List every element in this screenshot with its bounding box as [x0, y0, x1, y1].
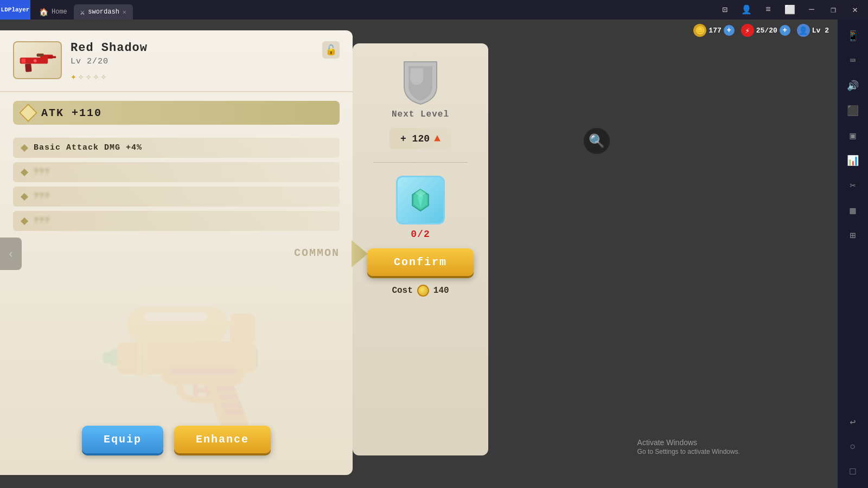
stat-row-3: ???	[13, 187, 340, 207]
modal-container: ‹ 🔓	[0, 20, 488, 488]
weapon-rarity: COMMON	[294, 247, 340, 259]
star-2: ✧	[78, 70, 84, 82]
crystal-count: 0/2	[411, 229, 430, 240]
tab-home-label: Home	[52, 8, 67, 16]
atk-up-arrow-icon: ▲	[434, 132, 441, 145]
energy-value: 25/20	[756, 27, 777, 35]
sidebar-icon-6[interactable]: 📊	[842, 150, 864, 171]
compass-icon[interactable]: 🔍	[584, 128, 610, 154]
star-4: ✧	[93, 70, 99, 82]
stat-row-4: ???	[13, 211, 340, 231]
stats-list: Basic Attack DMG +4% ??? ??? ???	[0, 133, 353, 235]
level-icon: 👤	[797, 24, 810, 37]
gold-icon: 🪙	[693, 24, 706, 37]
lock-icon[interactable]: 🔓	[322, 41, 340, 59]
toolbar-icon-4[interactable]: ⬜	[781, 1, 799, 18]
home-icon: 🏠	[39, 8, 48, 17]
upgrade-panel: Next Level + 120 ▲ 0/2 Confirm	[353, 43, 488, 455]
tab-swordash[interactable]: ⚔ swordash ✕	[74, 4, 133, 20]
star-5: ✧	[100, 70, 106, 82]
weapon-buttons: Equip Enhance	[0, 426, 353, 453]
titlebar: LD Player 🏠 Home ⚔ swordash ✕ ⊡ 👤 ≡ ⬜ ─ …	[0, 0, 868, 20]
toolbar-icon-2[interactable]: 👤	[738, 1, 755, 18]
stat-row-2: ???	[13, 162, 340, 182]
sword-icon: ⚔	[80, 8, 85, 17]
weapon-info: Red Shadow Lv 2/20 ✦ ✧ ✧ ✧ ✧	[71, 41, 340, 82]
atk-value: ATK +110	[41, 107, 102, 119]
energy-icon: ⚡	[741, 24, 754, 37]
stat-bullet-1	[21, 144, 28, 151]
crystal-sprite	[407, 187, 434, 214]
cost-label: Cost	[392, 286, 412, 296]
toolbar-icon-1[interactable]: ⊡	[716, 1, 733, 18]
atk-diamond-icon	[19, 104, 37, 122]
weapon-level: Lv 2/20	[71, 57, 340, 66]
sidebar-icon-2[interactable]: ⌨	[842, 50, 864, 72]
game-hud: 🪙 177 + ⚡ 25/20 + 👤 Lv 2	[685, 20, 838, 41]
weapon-image	[13, 41, 62, 79]
atk-bar: ATK +110	[13, 101, 340, 125]
stat-bullet-4	[21, 217, 28, 224]
add-energy-button[interactable]: +	[780, 25, 790, 36]
stat-bullet-2	[21, 168, 28, 176]
sidebar-icon-square[interactable]: □	[842, 461, 864, 483]
star-1: ✦	[71, 70, 76, 82]
stat-text-1: Basic Attack DMG +4%	[34, 143, 142, 152]
stat-bullet-3	[21, 192, 28, 200]
activate-line2: Go to Settings to activate Windows.	[637, 448, 740, 455]
sidebar-icon-5[interactable]: ▣	[842, 125, 864, 146]
sidebar-icon-8[interactable]: ▦	[842, 200, 864, 221]
cost-amount: 140	[433, 286, 449, 296]
hud-level: 👤 Lv 2	[797, 24, 829, 37]
sidebar-icon-7[interactable]: ✂	[842, 175, 864, 196]
add-gold-button[interactable]: +	[724, 25, 735, 36]
toolbar-icon-3[interactable]: ≡	[760, 1, 777, 18]
sidebar-icon-4[interactable]: ⬛	[842, 100, 864, 121]
close-window-button[interactable]: ✕	[846, 1, 864, 18]
enhance-button[interactable]: Enhance	[174, 426, 271, 453]
svg-rect-2	[48, 56, 56, 58]
weapon-stars: ✦ ✧ ✧ ✧ ✧	[71, 70, 340, 82]
divider-1	[373, 162, 468, 163]
back-button[interactable]: ‹	[0, 237, 22, 270]
right-sidebar: 📱 ⌨ 🔊 ⬛ ▣ 📊 ✂ ▦ ⊞ ↩ ○ □	[838, 20, 868, 488]
activate-windows-notice: Activate Windows Go to Settings to activ…	[637, 438, 740, 455]
app-logo: LD Player	[0, 0, 30, 20]
stat-text-4: ???	[34, 216, 50, 226]
sidebar-icon-9[interactable]: ⊞	[842, 224, 864, 246]
sidebar-icon-undo[interactable]: ↩	[842, 411, 864, 433]
svg-point-5	[34, 59, 37, 62]
crystal-section: 0/2	[396, 176, 445, 240]
minimize-button[interactable]: ─	[803, 1, 820, 18]
window-controls: ⊡ 👤 ≡ ⬜ ─ ❐ ✕	[716, 1, 868, 18]
tab-bar: 🏠 Home ⚔ swordash ✕	[33, 0, 133, 20]
atk-increase: + 120 ▲	[390, 128, 451, 149]
stat-text-3: ???	[34, 192, 50, 201]
svg-rect-4	[21, 59, 25, 63]
logo-text-2: Player	[8, 7, 30, 13]
tab-home[interactable]: 🏠 Home	[33, 4, 74, 20]
weapon-name: Red Shadow	[71, 41, 340, 55]
equip-button[interactable]: Equip	[82, 426, 163, 453]
weapon-sprite	[17, 46, 58, 75]
weapon-panel: 🔓	[0, 30, 353, 475]
gold-value: 177	[709, 27, 721, 35]
tab-swordash-label: swordash	[88, 8, 119, 16]
stat-text-2: ???	[34, 168, 50, 177]
tab-close-icon[interactable]: ✕	[123, 8, 126, 16]
next-level-shield	[399, 56, 442, 105]
cost-display: Cost 140	[392, 285, 449, 297]
level-value: Lv 2	[812, 27, 829, 35]
logo-text: LD	[1, 7, 8, 13]
next-level-section: Next Level	[392, 56, 449, 119]
crystal-icon	[396, 176, 445, 224]
confirm-button[interactable]: Confirm	[367, 248, 474, 276]
sidebar-icon-3[interactable]: 🔊	[842, 75, 864, 97]
next-level-label: Next Level	[392, 110, 449, 119]
coin-icon	[417, 285, 429, 297]
sidebar-icon-circle[interactable]: ○	[842, 436, 864, 458]
hud-energy: ⚡ 25/20 +	[741, 24, 790, 37]
restore-button[interactable]: ❐	[825, 1, 842, 18]
sidebar-icon-1[interactable]: 📱	[842, 25, 864, 47]
stat-row-1: Basic Attack DMG +4%	[13, 138, 340, 158]
